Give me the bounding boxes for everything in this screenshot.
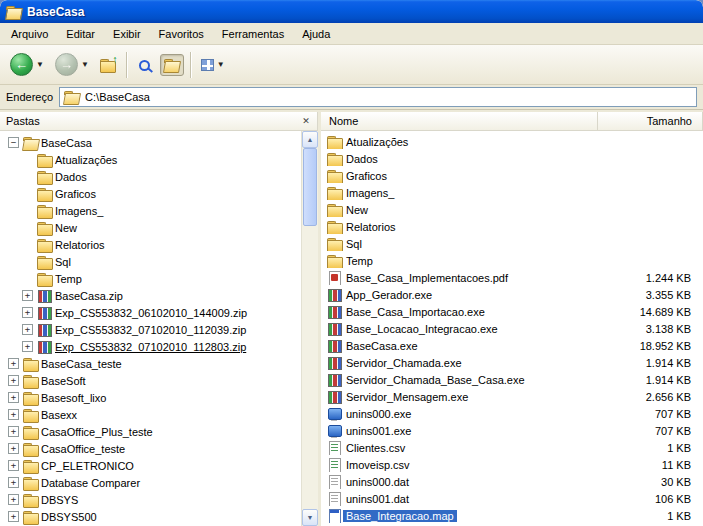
menu-favoritos[interactable]: Favoritos	[150, 25, 213, 43]
tree-item[interactable]: Atualizações	[0, 151, 301, 168]
file-row[interactable]: Servidor_Chamada.exe1.914 KB	[321, 354, 703, 371]
search-button[interactable]	[133, 54, 158, 75]
tree-item[interactable]: +BaseCasa_teste	[0, 355, 301, 372]
tree-item-label[interactable]: Imagens_	[53, 205, 105, 217]
close-folders-icon[interactable]: ✕	[299, 114, 313, 128]
file-name[interactable]: Servidor_Mensagem.exe	[343, 391, 471, 403]
views-button[interactable]: ▼	[197, 55, 230, 75]
tree-item-label[interactable]: Relatorios	[53, 239, 107, 251]
tree-item-label[interactable]: BaseCasa	[39, 137, 94, 149]
file-name[interactable]: unins000.dat	[343, 476, 412, 488]
file-name[interactable]: App_Gerador.exe	[343, 289, 435, 301]
tree-item-label[interactable]: BaseCasa_teste	[39, 358, 124, 370]
file-name[interactable]: Clientes.csv	[343, 442, 408, 454]
tree-item[interactable]: +Exp_CS553832_07102010_112803.zip	[0, 338, 301, 355]
plus-expander-icon[interactable]: +	[8, 358, 19, 369]
file-row[interactable]: Sql	[321, 235, 703, 252]
plus-expander-icon[interactable]: +	[8, 375, 19, 386]
tree-item-label[interactable]: DBSYS	[39, 494, 80, 506]
tree-item[interactable]: Temp	[0, 270, 301, 287]
plus-expander-icon[interactable]: +	[8, 511, 19, 522]
tree-item[interactable]: Sql	[0, 253, 301, 270]
plus-expander-icon[interactable]: +	[8, 409, 19, 420]
tree-item-label[interactable]: BaseCasa.zip	[53, 290, 125, 302]
file-row[interactable]: Base_Casa_Importacao.exe14.689 KB	[321, 303, 703, 320]
file-row[interactable]: Dados	[321, 150, 703, 167]
plus-expander-icon[interactable]: +	[22, 307, 33, 318]
scroll-down-icon[interactable]: ▼	[302, 509, 318, 526]
file-name[interactable]: Imagens_	[343, 187, 397, 199]
plus-expander-icon[interactable]: +	[8, 460, 19, 471]
file-name[interactable]: Servidor_Chamada.exe	[343, 357, 465, 369]
forward-button[interactable]: → ▼	[51, 49, 94, 80]
tree-item-label[interactable]: Temp	[53, 273, 84, 285]
tree-item-label[interactable]: CasaOffice_teste	[39, 443, 127, 455]
tree-scrollbar[interactable]: ▲ ▼	[301, 131, 318, 526]
forward-history-dropdown-icon[interactable]: ▼	[80, 60, 90, 69]
file-row[interactable]: Temp	[321, 252, 703, 269]
plus-expander-icon[interactable]: +	[22, 290, 33, 301]
title-bar[interactable]: BaseCasa	[0, 0, 703, 23]
tree-item-label[interactable]: Sql	[53, 256, 73, 268]
plus-expander-icon[interactable]: +	[8, 494, 19, 505]
file-name[interactable]: Sql	[343, 238, 365, 250]
tree-item[interactable]: +BaseCasa.zip	[0, 287, 301, 304]
tree-item-label[interactable]: Exp_CS553832_07102010_112039.zip	[53, 324, 248, 336]
file-row[interactable]: Imagens_	[321, 184, 703, 201]
minus-expander-icon[interactable]: −	[8, 137, 19, 148]
file-row[interactable]: unins000.exe707 KB	[321, 405, 703, 422]
file-name[interactable]: unins001.exe	[343, 425, 414, 437]
back-button[interactable]: ← ▼	[6, 49, 49, 80]
menu-arquivo[interactable]: Arquivo	[2, 25, 57, 43]
file-row[interactable]: Graficos	[321, 167, 703, 184]
tree-item-label[interactable]: DBSYS500	[39, 511, 99, 523]
file-name[interactable]: Servidor_Chamada_Base_Casa.exe	[343, 374, 528, 386]
tree-item[interactable]: +DBSYS500	[0, 508, 301, 525]
column-header-name[interactable]: Nome	[321, 112, 598, 130]
file-name[interactable]: Dados	[343, 153, 381, 165]
menu-editar[interactable]: Editar	[57, 25, 104, 43]
tree-item-label[interactable]: Exp_CS553832_06102010_144009.zip	[53, 307, 249, 319]
tree-item-label[interactable]: New	[53, 222, 79, 234]
file-name[interactable]: Base_Locacao_Integracao.exe	[343, 323, 501, 335]
tree-item[interactable]: Relatorios	[0, 236, 301, 253]
file-name[interactable]: unins000.exe	[343, 408, 414, 420]
menu-ferramentas[interactable]: Ferramentas	[213, 25, 293, 43]
address-input[interactable]: C:\BaseCasa	[59, 87, 697, 107]
file-name[interactable]: Base_Casa_Implementacoes.pdf	[343, 272, 511, 284]
tree-item[interactable]: +CasaOffice_Plus_teste	[0, 423, 301, 440]
tree-item[interactable]: +DBSYS	[0, 491, 301, 508]
plus-expander-icon[interactable]: +	[8, 392, 19, 403]
file-row[interactable]: unins001.dat106 KB	[321, 490, 703, 507]
file-name[interactable]: New	[343, 204, 371, 216]
views-dropdown-icon[interactable]: ▼	[216, 60, 226, 69]
tree-item-label[interactable]: Atualizações	[53, 154, 119, 166]
tree-item[interactable]: +BaseSoft	[0, 372, 301, 389]
file-name[interactable]: Graficos	[343, 170, 390, 182]
plus-expander-icon[interactable]: +	[22, 341, 33, 352]
menu-exibir[interactable]: Exibir	[104, 25, 150, 43]
tree-item[interactable]: Dados	[0, 168, 301, 185]
file-row[interactable]: unins001.exe707 KB	[321, 422, 703, 439]
file-row[interactable]: Servidor_Mensagem.exe2.656 KB	[321, 388, 703, 405]
tree-item[interactable]: −BaseCasa	[0, 134, 301, 151]
tree-item[interactable]: +Exp_CS553832_06102010_144009.zip	[0, 304, 301, 321]
tree-item-label[interactable]: Basesoft_lixo	[39, 392, 108, 404]
file-row[interactable]: App_Gerador.exe3.355 KB	[321, 286, 703, 303]
back-history-dropdown-icon[interactable]: ▼	[35, 60, 45, 69]
file-name[interactable]: Relatorios	[343, 221, 399, 233]
tree-item-label[interactable]: Graficos	[53, 188, 98, 200]
tree-item[interactable]: Graficos	[0, 185, 301, 202]
tree-item-label[interactable]: CasaOffice_Plus_teste	[39, 426, 155, 438]
file-name[interactable]: Atualizações	[343, 136, 411, 148]
tree-item[interactable]: +CP_ELETRONICO	[0, 457, 301, 474]
file-row[interactable]: BaseCasa.exe18.952 KB	[321, 337, 703, 354]
file-name[interactable]: unins001.dat	[343, 493, 412, 505]
plus-expander-icon[interactable]: +	[22, 324, 33, 335]
scrollbar-track[interactable]	[302, 148, 318, 509]
file-name[interactable]: BaseCasa.exe	[343, 340, 421, 352]
tree-item[interactable]: +Exp_CS553832_07102010_112039.zip	[0, 321, 301, 338]
plus-expander-icon[interactable]: +	[8, 443, 19, 454]
tree-item-label[interactable]: Dados	[53, 171, 89, 183]
file-name[interactable]: Imoveisp.csv	[343, 459, 413, 471]
